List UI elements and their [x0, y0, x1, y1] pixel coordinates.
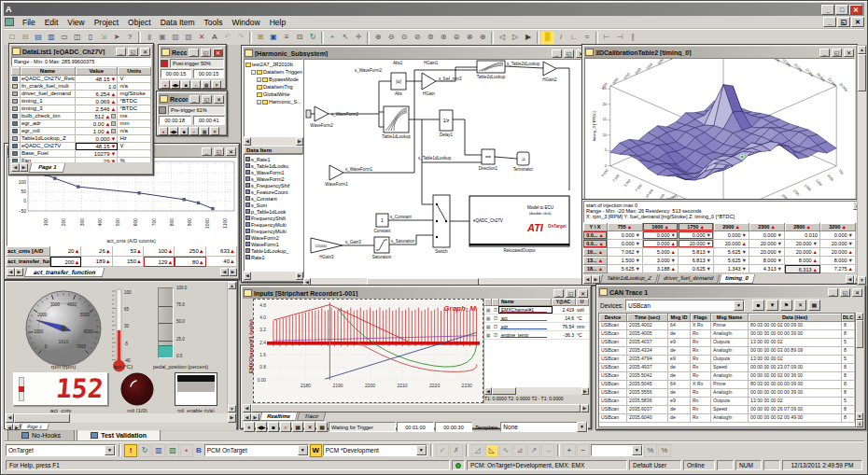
toolbar-clipboard-icon[interactable]: ▧: [182, 32, 195, 44]
datalist-colheader[interactable]: Value: [76, 67, 118, 76]
toolbar-page-setup-icon[interactable]: ▯: [84, 32, 97, 44]
refresh-button[interactable]: ↻: [138, 444, 151, 457]
mdi-vscroll[interactable]: ▲▼: [857, 45, 867, 286]
cal-cell[interactable]: 0.000▼: [820, 231, 856, 240]
datalist-row[interactable]: Base_Fuel10279▼: [11, 150, 151, 158]
toolbar-zoom-in-icon[interactable]: ⊕: [371, 32, 385, 44]
tree-item[interactable]: +Harmonic_S...: [245, 98, 301, 105]
cal-cell[interactable]: 20.000▼: [679, 240, 714, 248]
cal-cell[interactable]: 1.343▼: [714, 265, 749, 273]
act-table-cell[interactable]: 633▲: [206, 246, 237, 257]
act-table-cell[interactable]: 150▲: [113, 257, 144, 267]
can-toolbar-stop-button[interactable]: ■: [752, 300, 764, 311]
block-WaveForm2[interactable]: WaveForm2: [310, 106, 333, 128]
recorder2-window-close-button[interactable]: ✕: [210, 127, 219, 135]
can-colheader[interactable]: Device: [599, 314, 627, 322]
toolbar-new-icon[interactable]: □: [6, 32, 19, 44]
block-HGain[interactable]: HGain: [422, 73, 436, 96]
toolbar-refresh-icon[interactable]: ↻: [306, 32, 319, 44]
toolbar-zoom-fit-icon[interactable]: ⊙: [398, 32, 411, 44]
can-colheader[interactable]: Msg ID (hex: [668, 314, 691, 322]
cal-cell[interactable]: 0.010: [785, 231, 820, 240]
recorder1-window-min-button[interactable]: _: [189, 49, 199, 57]
toolbar-slope-up-icon[interactable]: /: [554, 32, 567, 44]
recorder2-window-close-button[interactable]: ✕: [214, 95, 224, 104]
view1-button[interactable]: ▥: [152, 444, 165, 457]
menu-window[interactable]: Window: [227, 17, 264, 28]
strip-template-combo[interactable]: None▼: [500, 422, 588, 432]
cantrace-window-min-button[interactable]: _: [828, 288, 838, 297]
gauges-vscroll[interactable]: ▲▼: [227, 282, 236, 412]
toolbar-marker-right-icon[interactable]: ⊣: [613, 32, 626, 44]
toolbar-zoom-y-icon[interactable]: ⊚: [424, 32, 437, 44]
maximize-button[interactable]: □: [835, 5, 848, 15]
percent1-button[interactable]: %: [644, 444, 657, 457]
data-item[interactable]: p_Table1dLook: [245, 208, 301, 215]
data-item[interactable]: FrequencyMulti: [245, 221, 301, 228]
can-row[interactable]: USBcan2035.4794e9RxOutputs13 00 00 00 02…: [599, 356, 855, 364]
menu-window-icon[interactable]: [5, 18, 14, 26]
datalist-window-max-button[interactable]: ◱: [128, 48, 138, 56]
slope2-button[interactable]: ◺: [485, 444, 498, 457]
tree-item[interactable]: +BypassMode: [245, 76, 301, 83]
act-transfer-window-min-button[interactable]: _: [202, 147, 212, 156]
uncheck-button[interactable]: ✗: [450, 444, 463, 457]
toolbar-save-icon[interactable]: ▤: [32, 32, 45, 44]
toolbar-step-back-icon[interactable]: ◁: [496, 32, 509, 44]
can-toolbar-filter-button[interactable]: ▼: [766, 300, 778, 311]
can-toolbar-flag-button[interactable]: ⚑: [780, 300, 792, 311]
can-toolbar-columns-button[interactable]: ▦: [808, 300, 820, 311]
recorder1-window-close-button[interactable]: ✕: [213, 49, 223, 57]
mdi-minimize-button[interactable]: _: [823, 17, 836, 27]
cal-cell[interactable]: 5.625▼: [608, 265, 643, 273]
toolbar-zoom-100-icon[interactable]: ⊗: [463, 32, 476, 44]
gauges-page-tab[interactable]: Page 1: [20, 424, 49, 430]
datalist-row[interactable]: egr_mil1.00▲n/a: [11, 128, 151, 135]
block-Table1dLookup[interactable]: Table1dLookup: [382, 106, 411, 139]
can-row[interactable]: USBcan2035.4334deRxAnalogIn00 00 00 00 0…: [599, 347, 855, 356]
toolbar-export-icon[interactable]: ⇲: [97, 32, 110, 44]
strip-legend-row[interactable]: ▦☑egr76.54mm: [484, 323, 589, 331]
datalist-row[interactable]: eQADC_Ch27V_Relo...48.15▼V: [11, 76, 151, 83]
recorder1-window-zoom-button[interactable]: ⌕: [191, 80, 201, 89]
cal-cell[interactable]: 5.813▼: [679, 248, 714, 257]
surface-window-max-button[interactable]: ◱: [832, 49, 842, 57]
data-item[interactable]: WaveForm1: [245, 241, 301, 247]
toolbar-zoom-out-icon[interactable]: ⊖: [385, 32, 398, 44]
tree-item[interactable]: test2A7_JR2010b: [245, 61, 301, 68]
block-Table2dLookup[interactable]: Table2dLookup: [477, 61, 506, 79]
cal-cell[interactable]: 20.000▼: [749, 248, 785, 257]
toolbar-print-preview-icon[interactable]: ◫: [71, 32, 84, 44]
toolbar-run-icon[interactable]: ▶: [522, 32, 535, 44]
check-button[interactable]: ✓: [436, 444, 449, 457]
cal-cell[interactable]: 5.625▼: [714, 248, 749, 257]
cal-cell[interactable]: 8.000▼: [749, 257, 785, 265]
act-tab[interactable]: act_transfer_function: [24, 268, 105, 277]
can-device-combo[interactable]: USBcan▼: [625, 300, 745, 311]
cal-cell[interactable]: 3.000▼: [643, 257, 679, 265]
toolbar-open-icon[interactable]: ⊟: [19, 32, 32, 44]
toolbar-highlight-icon[interactable]: ▉: [541, 32, 554, 44]
data-item[interactable]: s_FeatureCount: [245, 189, 301, 195]
toolbar-zoom-sel-icon[interactable]: ⊕: [476, 32, 489, 44]
data-item[interactable]: s_WaveForm2: [245, 175, 301, 182]
slope5-button[interactable]: ↗: [527, 444, 540, 457]
data-item[interactable]: s_WaveForm1: [245, 169, 301, 175]
datalist-colheader[interactable]: Units: [118, 67, 151, 76]
block-Terminator[interactable]: ⊐Terminator: [513, 152, 534, 172]
can-row[interactable]: USBcan2035.4937deRxSpeed00 00 00 00 23 0…: [599, 364, 855, 372]
toolbar-record-icon[interactable]: ▮: [143, 32, 156, 44]
cal-cell[interactable]: 7.062▼: [608, 248, 643, 257]
percent2-button[interactable]: %: [658, 444, 671, 457]
datalist-row[interactable]: timing_10.069▲°BTDC: [11, 98, 151, 105]
strip-control-2[interactable]: ■: [268, 422, 279, 432]
toolbar-help-icon[interactable]: ?: [123, 32, 136, 44]
toolbar-screen-capture-icon[interactable]: ▣: [267, 32, 280, 44]
cal-cell[interactable]: 0.000▼: [679, 231, 714, 240]
slope3-button[interactable]: ∿: [499, 444, 512, 457]
recorder1-window-max-button[interactable]: ◱: [201, 49, 211, 57]
tree-item[interactable]: -DataItem Triggers: [245, 68, 301, 76]
toolbar-pointer-icon[interactable]: ➤: [110, 32, 123, 44]
value-combo[interactable]: ▼: [591, 444, 643, 456]
toolbar-delete-icon[interactable]: ✕: [195, 32, 208, 44]
